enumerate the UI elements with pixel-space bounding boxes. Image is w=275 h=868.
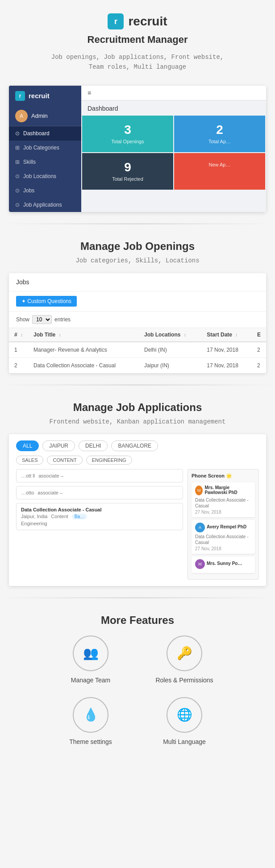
kanban-card-header: M Mrs. Margie Pawlowski PhD xyxy=(195,485,251,496)
manage-openings-title: Manage Job Openings xyxy=(9,240,266,253)
manage-team-icon: 👥 xyxy=(73,635,108,671)
jobs-table: # ↕ Job Title ↕ Job Locations ↕ Start Da… xyxy=(9,328,266,373)
stat-number-applications: 2 xyxy=(180,123,259,137)
kanban-card: A Avery Rempel PhD Data Collection Assoc… xyxy=(192,520,255,554)
cell-date: 17 Nov, 2018 xyxy=(201,357,252,373)
cell-location: Jaipur (IN) xyxy=(139,357,201,373)
kanban-card-date: 27 Nov, 2018 xyxy=(195,546,251,551)
table-card-title: Jobs xyxy=(9,273,266,291)
col-header-date: Start Date ↕ xyxy=(201,328,252,342)
table-toolbar: ✦ Custom Questions xyxy=(9,291,266,311)
list-item-main: Data Collection Associate - Casual Jaipu… xyxy=(16,503,183,530)
sidebar-item-label: Job Categories xyxy=(23,145,59,151)
jobs-table-card: Jobs ✦ Custom Questions Show 10 25 50 en… xyxy=(9,273,266,373)
filter-tab-jaipur[interactable]: JAIPUR xyxy=(42,440,75,451)
sidebar-item-job-applications[interactable]: ⊙ Job Applications xyxy=(9,198,81,212)
app-list-area: …ott ll associate – …otto associate – Da… xyxy=(9,469,266,586)
stat-number-openings: 3 xyxy=(88,123,167,137)
sidebar-item-job-categories[interactable]: ⊞ Job Categories xyxy=(9,141,81,155)
more-features-title: More Features xyxy=(9,614,266,627)
stat-label-applications: Total Ap… xyxy=(208,139,231,144)
kanban-avatar: A xyxy=(195,523,205,532)
app-item-meta-2: …otto associate – xyxy=(21,490,178,495)
app-category: Content xyxy=(51,514,68,519)
more-features-section: More Features 👥 Manage Team 🔑 Roles & Pe… xyxy=(0,598,275,756)
sidebar-item-label: Skills xyxy=(23,159,36,165)
stat-label-openings: Total Openings xyxy=(111,139,144,144)
show-entries-bar: Show 10 25 50 entries xyxy=(9,311,266,328)
sidebar-item-job-locations[interactable]: ⊙ Job Locations xyxy=(9,169,81,183)
stat-new-applications: New Ap… xyxy=(174,153,265,190)
stat-total-rejected: 9 Total Rejected xyxy=(82,153,173,190)
header-section: r recruit Recruitment Manager Job openin… xyxy=(0,0,275,81)
filter-tabs: ALLJAIPURDELHIBANGALORE xyxy=(9,434,266,456)
jobs-icon: ⊙ xyxy=(15,187,20,194)
sidebar-user: A Admin xyxy=(9,106,81,126)
filter-tab-delhi[interactable]: DELHI xyxy=(79,440,108,451)
feature-item: 🌐 Multi Language xyxy=(142,697,227,745)
app-item-left: …ott ll xyxy=(21,473,35,478)
app-item-meta-main: Jaipur, India Content Ba… xyxy=(21,514,178,519)
col-header-extra: E xyxy=(252,328,266,342)
filter-tab-bangalore[interactable]: BANGALORE xyxy=(111,440,158,451)
kanban-card-header: M Mrs. Sunny Po… xyxy=(195,559,251,569)
dashboard-icon: ⊙ xyxy=(15,130,20,137)
stat-number-rejected: 9 xyxy=(88,160,167,174)
app-item-right2: associate – xyxy=(38,490,62,495)
manage-openings-section: Manage Job Openings Job categories, Skil… xyxy=(0,224,275,384)
main-content: ≡ Dashboard 3 Total Openings 2 Total Ap…… xyxy=(81,86,266,212)
app-list: …ott ll associate – …otto associate – Da… xyxy=(16,469,183,580)
app-item-meta-1: …ott ll associate – xyxy=(21,473,178,478)
col-header-num: # ↕ xyxy=(9,328,28,342)
logo-container: r recruit xyxy=(9,13,266,29)
header-subtitle: Job openings, Job applications, Front we… xyxy=(9,52,266,72)
kanban-avatar: M xyxy=(195,559,205,569)
sidebar-logo-name: recruit xyxy=(29,92,50,100)
feature-label: Manage Team xyxy=(48,677,133,684)
manage-applications-title: Manage Job Applications xyxy=(9,401,266,414)
table-row: 1 Manager- Revenue & Analytics Delhi (IN… xyxy=(9,342,266,358)
entries-select[interactable]: 10 25 50 xyxy=(32,315,52,324)
feature-label: Multi Language xyxy=(142,738,227,745)
sidebar-logo-icon: r xyxy=(15,91,25,101)
header-title: Recruitment Manager xyxy=(9,34,266,46)
sidebar-item-skills[interactable]: ⊞ Skills xyxy=(9,155,81,169)
app-item-left2: …otto xyxy=(21,490,34,495)
category-filters: SALESCONTENTENGINEERING xyxy=(9,456,266,469)
job-categories-icon: ⊞ xyxy=(15,145,20,151)
list-item: …ott ll associate – xyxy=(16,469,183,482)
col-header-location: Job Locations ↕ xyxy=(139,328,201,342)
cell-extra: 2 xyxy=(252,357,266,373)
hamburger-icon: ≡ xyxy=(88,89,91,96)
manage-applications-section: Manage Job Applications Frontend website… xyxy=(0,386,275,597)
sort-icon-date: ↕ xyxy=(235,332,238,337)
col-header-title: Job Title ↕ xyxy=(28,328,139,342)
category-tag-engineering: ENGINEERING xyxy=(86,456,132,465)
sidebar-item-label: Dashboard xyxy=(23,130,50,137)
app-engineering-tag: Engineering xyxy=(21,521,178,526)
show-label: Show xyxy=(16,316,29,323)
list-item: …otto associate – xyxy=(16,486,183,499)
sidebar-item-dashboard[interactable]: ⊙ Dashboard xyxy=(9,126,81,141)
app-item-right: associate – xyxy=(38,473,63,478)
stat-total-openings: 3 Total Openings xyxy=(82,116,173,152)
job-applications-icon: ⊙ xyxy=(15,202,20,208)
stat-label-rejected: Total Rejected xyxy=(112,176,143,182)
logo-text: recruit xyxy=(128,14,167,29)
filter-tab-all[interactable]: ALL xyxy=(16,440,39,451)
kanban-card-name: Mrs. Sunny Po… xyxy=(207,561,242,566)
manage-openings-subtitle: Job categories, Skills, Locations xyxy=(9,257,266,264)
stat-label-new: New Ap… xyxy=(209,162,231,167)
sidebar-username: Admin xyxy=(31,112,48,119)
custom-questions-button[interactable]: ✦ Custom Questions xyxy=(16,296,77,307)
feature-item: 🔑 Roles & Permissions xyxy=(142,635,227,684)
sidebar-item-jobs[interactable]: ⊙ Jobs xyxy=(9,183,81,198)
feature-label: Roles & Permissions xyxy=(142,677,227,684)
features-grid: 👥 Manage Team 🔑 Roles & Permissions 💧 Th… xyxy=(48,635,227,745)
dashboard-card: r recruit A Admin ⊙ Dashboard ⊞ Job Cate… xyxy=(9,86,266,212)
kanban-card-role: Data Collection Associate - Casual xyxy=(195,534,251,545)
table-row: 2 Data Collection Associate - Casual Jai… xyxy=(9,357,266,373)
kanban-avatar: M xyxy=(195,486,203,495)
app-location: Jaipur, India xyxy=(21,514,47,519)
cell-title: Data Collection Associate - Casual xyxy=(28,357,139,373)
